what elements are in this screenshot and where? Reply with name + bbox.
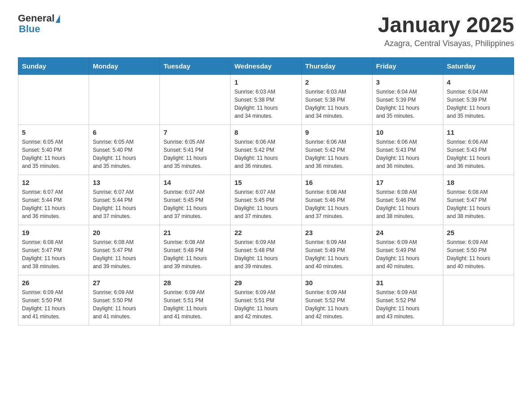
calendar-cell: 20Sunrise: 6:08 AM Sunset: 5:47 PM Dayli… bbox=[89, 225, 160, 275]
month-title: January 2025 bbox=[378, 13, 514, 37]
calendar-week-row: 26Sunrise: 6:09 AM Sunset: 5:50 PM Dayli… bbox=[18, 275, 514, 325]
calendar-cell: 30Sunrise: 6:09 AM Sunset: 5:52 PM Dayli… bbox=[301, 275, 372, 325]
calendar-cell bbox=[18, 74, 89, 124]
logo: General Blue bbox=[18, 13, 60, 34]
day-of-week-header: Monday bbox=[89, 57, 160, 74]
calendar-cell: 29Sunrise: 6:09 AM Sunset: 5:51 PM Dayli… bbox=[231, 275, 301, 325]
day-info: Sunrise: 6:04 AM Sunset: 5:39 PM Dayligh… bbox=[447, 88, 510, 120]
logo-general: General bbox=[18, 13, 55, 23]
day-number: 4 bbox=[447, 78, 510, 86]
calendar-week-row: 5Sunrise: 6:05 AM Sunset: 5:40 PM Daylig… bbox=[18, 124, 514, 175]
day-number: 3 bbox=[376, 78, 439, 86]
day-info: Sunrise: 6:09 AM Sunset: 5:49 PM Dayligh… bbox=[305, 238, 369, 270]
day-info: Sunrise: 6:09 AM Sunset: 5:48 PM Dayligh… bbox=[234, 238, 297, 270]
day-info: Sunrise: 6:09 AM Sunset: 5:51 PM Dayligh… bbox=[234, 288, 297, 321]
day-number: 12 bbox=[22, 179, 85, 186]
calendar-week-row: 12Sunrise: 6:07 AM Sunset: 5:44 PM Dayli… bbox=[18, 175, 514, 225]
day-info: Sunrise: 6:07 AM Sunset: 5:45 PM Dayligh… bbox=[234, 188, 297, 220]
day-info: Sunrise: 6:08 AM Sunset: 5:47 PM Dayligh… bbox=[22, 238, 85, 270]
day-number: 7 bbox=[163, 128, 227, 136]
day-info: Sunrise: 6:08 AM Sunset: 5:48 PM Dayligh… bbox=[163, 238, 227, 270]
calendar-cell: 7Sunrise: 6:05 AM Sunset: 5:41 PM Daylig… bbox=[160, 124, 231, 175]
day-of-week-header: Saturday bbox=[443, 57, 514, 74]
location: Azagra, Central Visayas, Philippines bbox=[378, 39, 514, 48]
calendar-cell: 19Sunrise: 6:08 AM Sunset: 5:47 PM Dayli… bbox=[18, 225, 89, 275]
calendar-cell: 15Sunrise: 6:07 AM Sunset: 5:45 PM Dayli… bbox=[231, 175, 301, 225]
logo-triangle-icon bbox=[56, 15, 60, 23]
day-info: Sunrise: 6:05 AM Sunset: 5:40 PM Dayligh… bbox=[22, 138, 85, 170]
day-info: Sunrise: 6:06 AM Sunset: 5:43 PM Dayligh… bbox=[376, 138, 439, 170]
day-number: 28 bbox=[163, 279, 227, 287]
day-info: Sunrise: 6:06 AM Sunset: 5:42 PM Dayligh… bbox=[234, 138, 297, 170]
calendar-cell: 14Sunrise: 6:07 AM Sunset: 5:45 PM Dayli… bbox=[160, 175, 231, 225]
day-info: Sunrise: 6:06 AM Sunset: 5:42 PM Dayligh… bbox=[305, 138, 369, 170]
day-number: 31 bbox=[376, 279, 439, 287]
day-number: 23 bbox=[305, 229, 369, 236]
day-info: Sunrise: 6:05 AM Sunset: 5:40 PM Dayligh… bbox=[93, 138, 156, 170]
calendar-cell: 6Sunrise: 6:05 AM Sunset: 5:40 PM Daylig… bbox=[89, 124, 160, 175]
day-number: 18 bbox=[447, 179, 510, 186]
day-number: 11 bbox=[447, 128, 510, 136]
day-info: Sunrise: 6:09 AM Sunset: 5:49 PM Dayligh… bbox=[376, 238, 439, 270]
day-number: 17 bbox=[376, 179, 439, 186]
title-area: January 2025 Azagra, Central Visayas, Ph… bbox=[378, 13, 514, 48]
day-info: Sunrise: 6:03 AM Sunset: 5:38 PM Dayligh… bbox=[305, 88, 369, 120]
day-number: 29 bbox=[234, 279, 297, 287]
calendar-cell: 13Sunrise: 6:07 AM Sunset: 5:44 PM Dayli… bbox=[89, 175, 160, 225]
day-info: Sunrise: 6:07 AM Sunset: 5:44 PM Dayligh… bbox=[22, 188, 85, 220]
calendar-cell: 17Sunrise: 6:08 AM Sunset: 5:46 PM Dayli… bbox=[372, 175, 443, 225]
calendar-cell bbox=[443, 275, 514, 325]
day-of-week-header: Friday bbox=[372, 57, 443, 74]
day-number: 6 bbox=[93, 128, 156, 136]
day-number: 24 bbox=[376, 229, 439, 236]
day-info: Sunrise: 6:08 AM Sunset: 5:47 PM Dayligh… bbox=[447, 188, 510, 220]
day-number: 13 bbox=[93, 179, 156, 186]
day-number: 22 bbox=[234, 229, 297, 236]
day-of-week-header: Wednesday bbox=[231, 57, 301, 74]
day-number: 19 bbox=[22, 229, 85, 236]
calendar-cell: 28Sunrise: 6:09 AM Sunset: 5:51 PM Dayli… bbox=[160, 275, 231, 325]
day-number: 27 bbox=[93, 279, 156, 287]
day-of-week-header: Thursday bbox=[301, 57, 372, 74]
calendar-cell: 4Sunrise: 6:04 AM Sunset: 5:39 PM Daylig… bbox=[443, 74, 514, 124]
day-of-week-header: Sunday bbox=[18, 57, 89, 74]
day-info: Sunrise: 6:08 AM Sunset: 5:47 PM Dayligh… bbox=[93, 238, 156, 270]
day-info: Sunrise: 6:09 AM Sunset: 5:50 PM Dayligh… bbox=[22, 288, 85, 321]
day-number: 8 bbox=[234, 128, 297, 136]
calendar-week-row: 1Sunrise: 6:03 AM Sunset: 5:38 PM Daylig… bbox=[18, 74, 514, 124]
calendar-cell: 18Sunrise: 6:08 AM Sunset: 5:47 PM Dayli… bbox=[443, 175, 514, 225]
calendar-cell: 12Sunrise: 6:07 AM Sunset: 5:44 PM Dayli… bbox=[18, 175, 89, 225]
calendar-table: SundayMondayTuesdayWednesdayThursdayFrid… bbox=[18, 57, 514, 325]
day-info: Sunrise: 6:03 AM Sunset: 5:38 PM Dayligh… bbox=[234, 88, 297, 120]
calendar-cell: 9Sunrise: 6:06 AM Sunset: 5:42 PM Daylig… bbox=[301, 124, 372, 175]
calendar-cell: 10Sunrise: 6:06 AM Sunset: 5:43 PM Dayli… bbox=[372, 124, 443, 175]
day-info: Sunrise: 6:07 AM Sunset: 5:44 PM Dayligh… bbox=[93, 188, 156, 220]
day-number: 9 bbox=[305, 128, 369, 136]
day-info: Sunrise: 6:06 AM Sunset: 5:43 PM Dayligh… bbox=[447, 138, 510, 170]
day-number: 30 bbox=[305, 279, 369, 287]
day-info: Sunrise: 6:04 AM Sunset: 5:39 PM Dayligh… bbox=[376, 88, 439, 120]
calendar-cell: 31Sunrise: 6:09 AM Sunset: 5:52 PM Dayli… bbox=[372, 275, 443, 325]
calendar-cell: 22Sunrise: 6:09 AM Sunset: 5:48 PM Dayli… bbox=[231, 225, 301, 275]
day-of-week-header: Tuesday bbox=[160, 57, 231, 74]
logo-blue: Blue bbox=[19, 23, 40, 34]
calendar-cell: 5Sunrise: 6:05 AM Sunset: 5:40 PM Daylig… bbox=[18, 124, 89, 175]
calendar-cell: 3Sunrise: 6:04 AM Sunset: 5:39 PM Daylig… bbox=[372, 74, 443, 124]
day-number: 26 bbox=[22, 279, 85, 287]
calendar-cell: 11Sunrise: 6:06 AM Sunset: 5:43 PM Dayli… bbox=[443, 124, 514, 175]
day-number: 21 bbox=[163, 229, 227, 236]
calendar-cell: 8Sunrise: 6:06 AM Sunset: 5:42 PM Daylig… bbox=[231, 124, 301, 175]
day-info: Sunrise: 6:09 AM Sunset: 5:50 PM Dayligh… bbox=[447, 238, 510, 270]
days-of-week-row: SundayMondayTuesdayWednesdayThursdayFrid… bbox=[18, 57, 514, 74]
day-info: Sunrise: 6:09 AM Sunset: 5:51 PM Dayligh… bbox=[163, 288, 227, 321]
day-number: 10 bbox=[376, 128, 439, 136]
day-info: Sunrise: 6:09 AM Sunset: 5:52 PM Dayligh… bbox=[376, 288, 439, 321]
calendar-cell: 16Sunrise: 6:08 AM Sunset: 5:46 PM Dayli… bbox=[301, 175, 372, 225]
calendar-cell: 26Sunrise: 6:09 AM Sunset: 5:50 PM Dayli… bbox=[18, 275, 89, 325]
logo-text: General bbox=[18, 13, 60, 23]
day-info: Sunrise: 6:07 AM Sunset: 5:45 PM Dayligh… bbox=[163, 188, 227, 220]
day-number: 2 bbox=[305, 78, 369, 86]
calendar-cell bbox=[160, 74, 231, 124]
day-number: 25 bbox=[447, 229, 510, 236]
calendar-cell: 21Sunrise: 6:08 AM Sunset: 5:48 PM Dayli… bbox=[160, 225, 231, 275]
